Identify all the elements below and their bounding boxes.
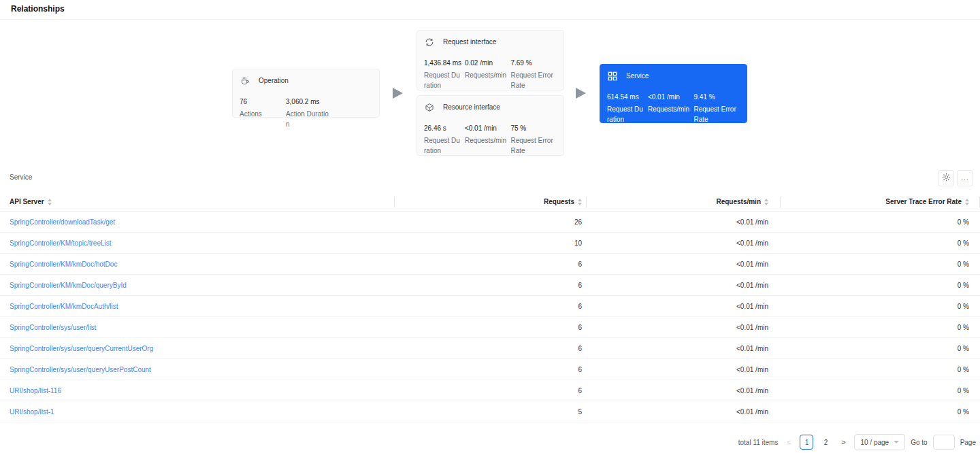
requests-per-min-cell: <0.01 /min <box>587 261 781 268</box>
node-title: Service <box>626 71 649 81</box>
sync-arrows-icon <box>424 37 435 48</box>
requests-per-min-cell: <0.01 /min <box>587 303 781 310</box>
metric: 75 % Request Error Rate <box>510 124 557 156</box>
requests-cell: 6 <box>395 387 587 395</box>
table-row: SpringController/KM/topic/treeList 10 <0… <box>0 233 980 254</box>
metric: 7.69 % Request Error Rate <box>510 58 557 90</box>
metric: 3,060.2 ms Action Duration <box>286 97 334 129</box>
error-rate-cell: 0 % <box>781 387 980 395</box>
metric: <0.01 /min Requests/min <box>465 124 511 156</box>
error-rate-cell: 0 % <box>781 303 980 310</box>
metric-value: 3,060.2 ms <box>286 97 331 106</box>
column-header-requests-per-min[interactable]: Requests/min <box>587 192 781 211</box>
metric-value: <0.01 /min <box>648 93 691 101</box>
column-header-label: Requests <box>544 198 574 205</box>
table-row: SpringController/KM/kmDocAuth/list 6 <0.… <box>0 296 980 317</box>
page-number-2[interactable]: 2 <box>819 435 832 450</box>
requests-cell: 10 <box>395 239 587 247</box>
node-resource-interface[interactable]: Resource interface 26.46 s Request Durat… <box>416 95 564 156</box>
page-size-value: 10 / page <box>860 439 889 446</box>
requests-cell: 5 <box>395 408 587 416</box>
coffee-icon <box>240 76 250 86</box>
api-server-link[interactable]: SpringController/sys/user/queryCurrentUs… <box>10 345 153 352</box>
page-number-1[interactable]: 1 <box>800 435 813 450</box>
api-server-link[interactable]: SpringController/KM/kmDocAuth/list <box>10 303 118 310</box>
metric-label: Request Error Rate <box>693 104 737 124</box>
metric: 1,436.84 ms Request Duration <box>424 58 465 90</box>
metric-label: Action Duration <box>286 109 331 129</box>
table-row: SpringController/sys/user/list 6 <0.01 /… <box>0 317 980 338</box>
flow-arrow-icon <box>393 88 403 99</box>
api-server-link[interactable]: SpringController/sys/user/list <box>10 324 96 331</box>
metric-value: 9.41 % <box>693 93 737 101</box>
table-settings-button[interactable] <box>938 170 954 186</box>
node-title: Operation <box>259 76 289 86</box>
metric-label: Requests/min <box>465 135 508 146</box>
metric: 76 Actions <box>240 97 286 129</box>
table-more-button[interactable]: ... <box>957 170 973 186</box>
column-header-server-trace-error-rate[interactable]: Server Trace Error Rate <box>781 192 980 211</box>
goto-page-input[interactable] <box>933 435 955 450</box>
requests-cell: 6 <box>395 282 587 289</box>
metric-label: Request Error Rate <box>510 70 554 90</box>
node-operation[interactable]: Operation 76 Actions 3,060.2 ms Action D… <box>232 69 380 118</box>
metric-label: Requests/min <box>648 104 691 114</box>
api-server-link[interactable]: SpringController/KM/kmDoc/hotDoc <box>10 261 117 268</box>
prev-page-button[interactable]: < <box>783 438 794 446</box>
table-row: SpringController/downloadTask/get 26 <0.… <box>0 212 980 233</box>
page-title: Relationships <box>11 4 65 14</box>
node-request-interface[interactable]: Request interface 1,436.84 ms Request Du… <box>416 30 564 90</box>
metric-value: 614.54 ms <box>607 93 645 101</box>
requests-per-min-cell: <0.01 /min <box>587 345 781 352</box>
column-header-requests[interactable]: Requests <box>395 192 587 211</box>
requests-per-min-cell: <0.01 /min <box>587 408 781 416</box>
metric: 614.54 ms Request Duration <box>607 93 648 124</box>
next-page-button[interactable]: > <box>838 438 849 446</box>
metric-value: 1,436.84 ms <box>424 58 462 67</box>
requests-per-min-cell: <0.01 /min <box>587 324 781 331</box>
metric-label: Requests/min <box>465 70 508 80</box>
column-header-label: Requests/min <box>716 198 761 205</box>
table-header-row: API Server Requests Requests/min Server … <box>0 192 980 212</box>
api-server-link[interactable]: SpringController/KM/kmDoc/queryById <box>10 282 127 289</box>
table-row: SpringController/KM/kmDoc/queryById 6 <0… <box>0 275 980 296</box>
table-row: URI/shop/list-1 5 <0.01 /min 0 % <box>0 401 980 422</box>
node-title: Resource interface <box>443 103 500 112</box>
requests-per-min-cell: <0.01 /min <box>587 282 781 289</box>
requests-cell: 26 <box>395 218 587 226</box>
api-server-link[interactable]: URI/shop/list-1 <box>10 408 54 416</box>
metric: 0.02 /min Requests/min <box>465 58 511 90</box>
divider <box>0 19 980 20</box>
api-server-link[interactable]: SpringController/sys/user/queryUserPostC… <box>10 366 151 373</box>
requests-per-min-cell: <0.01 /min <box>587 366 781 373</box>
requests-per-min-cell: <0.01 /min <box>587 218 781 226</box>
error-rate-cell: 0 % <box>781 282 980 289</box>
sort-icon <box>965 199 969 205</box>
requests-cell: 6 <box>395 345 587 352</box>
sort-icon <box>578 199 582 205</box>
cube-icon <box>424 102 435 113</box>
flow-arrow-icon <box>576 88 586 99</box>
error-rate-cell: 0 % <box>781 366 980 373</box>
api-server-link[interactable]: SpringController/KM/topic/treeList <box>10 239 112 247</box>
requests-cell: 6 <box>395 261 587 268</box>
metric: 26.46 s Request Duration <box>424 124 465 156</box>
metric-value: 75 % <box>510 124 554 133</box>
metric-label: Actions <box>240 109 283 119</box>
error-rate-cell: 0 % <box>781 239 980 247</box>
metric-label: Request Duration <box>607 104 645 124</box>
table-row: SpringController/KM/kmDoc/hotDoc 6 <0.01… <box>0 254 980 275</box>
node-service-selected[interactable]: Service 614.54 ms Request Duration <0.01… <box>600 64 747 123</box>
api-server-link[interactable]: SpringController/downloadTask/get <box>10 218 115 226</box>
page-size-select[interactable]: 10 / page <box>854 434 905 450</box>
metric-label: Request Duration <box>424 135 462 156</box>
requests-cell: 6 <box>395 324 587 331</box>
api-server-link[interactable]: URI/shop/list-116 <box>10 387 61 395</box>
requests-per-min-cell: <0.01 /min <box>587 239 781 247</box>
sort-icon <box>48 199 52 205</box>
chevron-down-icon <box>894 441 899 443</box>
requests-cell: 6 <box>395 303 587 310</box>
column-header-api-server[interactable]: API Server <box>0 192 395 211</box>
error-rate-cell: 0 % <box>781 345 980 352</box>
sort-icon <box>764 199 768 205</box>
